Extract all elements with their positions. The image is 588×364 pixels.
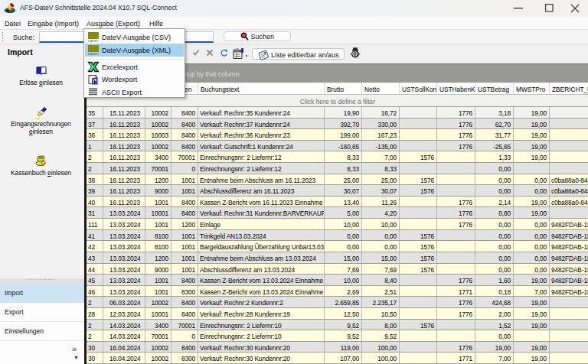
svg-text:DATEV: DATEV (88, 52, 99, 56)
svg-text:DATEV: DATEV (88, 39, 99, 43)
